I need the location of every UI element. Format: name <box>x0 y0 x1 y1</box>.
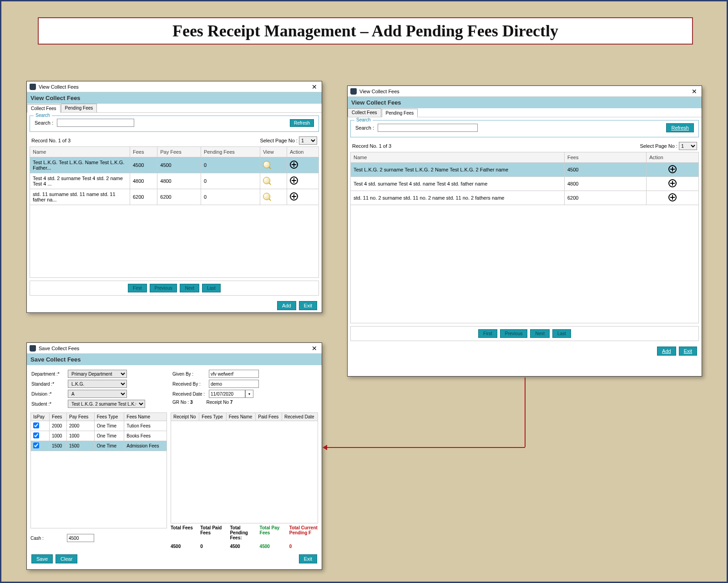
titlebar: Save Collect Fees ✕ <box>27 343 322 354</box>
add-button[interactable]: Add <box>657 347 676 356</box>
exit-button[interactable]: Exit <box>679 347 697 356</box>
next-button[interactable]: Next <box>530 329 550 338</box>
div-label: Division :* <box>31 392 68 397</box>
pending-table: Name Fees Action Test L.K.G. 2 surname T… <box>350 152 699 205</box>
exit-button[interactable]: Exit <box>299 554 317 563</box>
stud-select[interactable]: Test L.K.G. 2 surname Test L.K.G. 2 Name <box>68 400 145 408</box>
refresh-button[interactable]: Refresh <box>666 123 694 132</box>
date-input[interactable] <box>209 390 245 398</box>
ispay-check[interactable] <box>33 432 39 438</box>
date-label: Received Date : <box>172 392 209 397</box>
app-icon <box>350 88 357 95</box>
page-title-box: Fees Receipt Management – Add Pending Fe… <box>38 17 693 45</box>
refresh-button[interactable]: Refresh <box>290 119 314 127</box>
search-label: Search : <box>35 120 53 126</box>
arrow-line <box>327 447 525 448</box>
window-pending-fees: View Collect Fees ✕ View Collect Fees Co… <box>347 85 702 377</box>
div-select[interactable]: A <box>68 390 127 398</box>
tab-pending-fees[interactable]: Pending Fees <box>61 104 97 112</box>
save-button[interactable]: Save <box>31 554 53 563</box>
magnifier-icon[interactable] <box>263 193 270 200</box>
window-title: View Collect Fees <box>39 84 79 90</box>
header: View Collect Fees <box>348 97 702 108</box>
plus-icon[interactable] <box>290 192 298 201</box>
search-input[interactable] <box>378 124 478 132</box>
plus-icon[interactable] <box>668 193 677 201</box>
plus-icon[interactable] <box>290 161 298 169</box>
col-pending: Pending Fees <box>201 147 260 157</box>
header: Save Collect Fees <box>27 354 322 365</box>
page-label: Select Page No : <box>640 143 677 149</box>
window-title: Save Collect Fees <box>39 346 79 351</box>
table-row[interactable]: Test 4 std. 2 surname Test 4 std. 2 name… <box>30 173 319 189</box>
table-row[interactable]: Test 4 std. surname Test 4 std. name Tes… <box>351 177 699 191</box>
table-row[interactable]: Test L.K.G. Test L.K.G. Name Test L.K.G.… <box>30 157 319 173</box>
window-title: View Collect Fees <box>359 89 399 94</box>
tabs: Collect Fees Pending Fees <box>348 108 702 117</box>
close-icon[interactable]: ✕ <box>310 83 319 90</box>
tab-collect-fees[interactable]: Collect Fees <box>348 108 381 117</box>
magnifier-icon[interactable] <box>263 161 270 168</box>
cash-input[interactable] <box>67 534 94 542</box>
page-label: Select Page No : <box>260 138 298 143</box>
given-input[interactable] <box>209 370 259 378</box>
fees-right-table: Receipt No Fees Type Fees Name Paid Fees… <box>171 412 318 421</box>
add-button[interactable]: Add <box>277 301 296 310</box>
ispay-check[interactable] <box>33 422 39 428</box>
magnifier-icon[interactable] <box>263 177 270 184</box>
dept-label: Department :* <box>31 372 68 377</box>
page-select[interactable]: 1 <box>679 142 697 150</box>
std-select[interactable]: L.K.G. <box>68 380 127 388</box>
table-row[interactable]: std. 11 surname std. 11 name std. 11 fat… <box>30 189 319 205</box>
search-legend: Search <box>34 113 52 118</box>
recv-label: Received By : <box>172 382 209 387</box>
previous-button[interactable]: Previous <box>500 329 528 338</box>
ispay-check[interactable] <box>33 442 39 448</box>
plus-icon[interactable] <box>290 176 298 185</box>
close-icon[interactable]: ✕ <box>310 345 319 352</box>
close-icon[interactable]: ✕ <box>690 88 699 95</box>
fees-table: Name Fees Pay Fees Pending Fees View Act… <box>30 146 319 205</box>
app-icon <box>30 345 36 352</box>
given-label: Given By : <box>172 372 209 377</box>
search-input[interactable] <box>57 119 134 127</box>
dept-select[interactable]: Primary Department <box>68 370 127 378</box>
table-row[interactable]: std. 11 no. 2 surname std. 11 no. 2 name… <box>351 191 699 205</box>
first-button[interactable]: First <box>478 329 497 338</box>
search-label: Search : <box>355 125 374 131</box>
first-button[interactable]: First <box>128 284 147 292</box>
clear-button[interactable]: Clear <box>56 554 77 563</box>
col-view: View <box>260 147 287 157</box>
page-select[interactable]: 1 <box>299 136 317 145</box>
tab-pending-fees[interactable]: Pending Fees <box>382 109 418 117</box>
next-button[interactable]: Next <box>180 284 199 292</box>
search-group: Search Search : Refresh <box>30 116 319 132</box>
app-icon <box>30 84 36 90</box>
col-action: Action <box>287 147 318 157</box>
exit-button[interactable]: Exit <box>299 301 317 310</box>
table-row[interactable]: 15001500One TimeAdmission Fees <box>31 441 167 451</box>
gr-value: 3 <box>190 400 193 405</box>
footer: Add Exit <box>348 344 702 358</box>
col-action: Action <box>647 152 699 163</box>
calendar-icon[interactable]: ▾ <box>245 390 253 398</box>
last-button[interactable]: Last <box>552 329 571 338</box>
record-info: Record No. 1 of 3 <box>352 143 391 149</box>
search-legend: Search <box>354 117 373 122</box>
tab-collect-fees[interactable]: Collect Fees <box>27 104 61 113</box>
table-row[interactable]: 20002000One TimeTution Fees <box>31 421 167 431</box>
pagination: First Previous Next Last <box>350 326 699 341</box>
table-row[interactable]: Test L.K.G. 2 surname Test L.K.G. 2 Name… <box>351 163 699 177</box>
grid-empty <box>30 205 319 278</box>
last-button[interactable]: Last <box>202 284 221 292</box>
recv-input[interactable] <box>209 380 259 388</box>
table-row[interactable]: 10001000One TimeBooks Fees <box>31 431 167 441</box>
grid-empty <box>350 205 699 323</box>
plus-icon[interactable] <box>668 179 677 187</box>
footer: Add Exit <box>27 298 322 313</box>
previous-button[interactable]: Previous <box>150 284 177 292</box>
fees-left-table: IsPay Fees Pay Fees Fees Type Fees Name … <box>30 412 167 451</box>
gr-label: GR No : <box>172 400 189 405</box>
totals: Total Fees Total Paid Fees Total Pending… <box>171 523 318 542</box>
plus-icon[interactable] <box>668 165 677 173</box>
